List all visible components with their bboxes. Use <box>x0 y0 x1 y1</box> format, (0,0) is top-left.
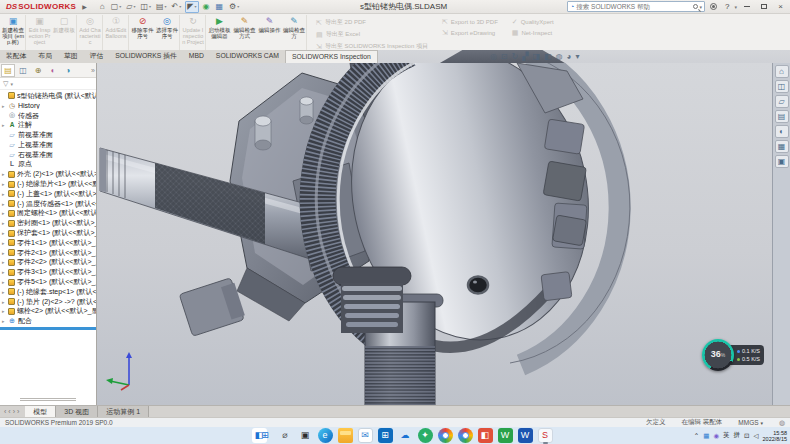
ribbon-button[interactable]: ⊘ 移除零件序号 <box>130 15 155 50</box>
taskbar-icon[interactable]: W <box>518 428 533 443</box>
tree-item[interactable]: ▸ 注解 <box>0 120 96 130</box>
taskbar-icon[interactable]: ✉ <box>358 428 373 443</box>
task-pane-button[interactable]: ▤ <box>775 110 789 123</box>
units-selector[interactable]: MMGS ▾ <box>738 419 763 426</box>
ribbon-tab[interactable]: SOLIDWORKS Inspection <box>285 50 378 63</box>
tree-item[interactable]: ▸ 零件2<1> (默认<<默认>_显示状 <box>0 248 96 258</box>
heads-up-icon[interactable]: ◕ <box>567 52 572 61</box>
tree-item[interactable]: ▸ History <box>0 101 96 111</box>
taskbar-icon[interactable]: ✦ <box>418 428 433 443</box>
ribbon-button[interactable]: ◎ 选择零件序号 <box>155 15 180 50</box>
heads-up-icon[interactable]: ◍ <box>556 52 563 61</box>
task-pane-button[interactable]: ◫ <box>775 80 789 93</box>
ribbon-button[interactable]: ▣ 新建检查项目 (emp.树) <box>1 15 26 50</box>
tree-root-item[interactable]: s型铂铑热电偶 (默认<默认_显示状态-1 <box>0 91 96 101</box>
taskbar-icon[interactable]: ☁ <box>398 428 413 443</box>
quick-access-button[interactable]: ◉ <box>202 2 212 12</box>
tray-icon[interactable]: ◁ <box>754 432 759 440</box>
help-caret-icon[interactable]: ▾ <box>734 4 737 10</box>
tree-item[interactable]: 传感器 <box>0 111 96 121</box>
tree-item[interactable]: ▸ 固定螺栓<1> (默认<<默认>_显示 <box>0 209 96 219</box>
taskbar-icon[interactable]: e <box>318 428 333 443</box>
heads-up-icon[interactable]: ▞ <box>522 52 528 61</box>
task-pane-button[interactable]: ⌂ <box>775 65 789 78</box>
tray-icon[interactable]: 拼 <box>734 431 741 440</box>
quick-access-button[interactable]: ⚙▾ <box>228 2 240 12</box>
tree-item[interactable]: ▸ (-) 绝缘套.step<1> (默认<<默认 <box>0 287 96 297</box>
close-button[interactable]: × <box>773 1 788 13</box>
3d-model[interactable] <box>97 63 772 405</box>
tree-item[interactable]: ▸ 配合 <box>0 316 96 326</box>
heads-up-icon[interactable]: ▾ <box>575 52 579 61</box>
heads-up-icon[interactable]: ↻ <box>512 52 519 61</box>
tray-icon[interactable]: ⌃ <box>694 432 699 440</box>
globe-icon[interactable]: ◍ <box>779 419 785 427</box>
ribbon-button[interactable]: ▣ Edit Inspection Project <box>27 15 52 50</box>
taskbar-icon[interactable]: ▣ <box>298 428 313 443</box>
graphics-viewport[interactable]: 36% 0.1 K/S 0.5 K/S <box>97 63 790 405</box>
taskbar-icon[interactable] <box>438 428 453 443</box>
tree-item[interactable]: 前视基准面 <box>0 130 96 140</box>
tree-item[interactable]: 上视基准面 <box>0 140 96 150</box>
heads-up-icon[interactable]: ◎ <box>490 52 497 61</box>
taskbar-icon[interactable]: ⊞ <box>378 428 393 443</box>
ribbon-tab[interactable]: SOLIDWORKS CAM <box>210 50 285 63</box>
panel-tabs-overflow[interactable]: » <box>91 67 95 74</box>
quick-access-button[interactable]: ▱▾ <box>125 2 136 12</box>
quick-access-button[interactable]: ▢▾ <box>110 2 123 12</box>
tree-filter[interactable]: ▽ ▾ <box>0 78 96 90</box>
taskbar-icon[interactable]: S <box>538 428 553 443</box>
tree-item[interactable]: ▸ 螺栓<2> (默认<<默认>_显示状态 <box>0 307 96 317</box>
taskbar-clock[interactable]: 15:58 2022/8/15 <box>763 430 787 442</box>
ribbon-button[interactable]: ▢ 新建模板 <box>52 15 77 50</box>
taskbar-icon[interactable]: ◧ <box>478 428 493 443</box>
document-tab[interactable]: 模型 <box>25 406 56 417</box>
user-account-icon[interactable] <box>710 3 717 10</box>
brand-expand-icon[interactable]: ▶ <box>82 3 87 10</box>
ribbon-tab[interactable]: MBD <box>183 50 210 63</box>
speed-circle[interactable]: 36% <box>702 339 734 371</box>
ribbon-button[interactable]: ◎ Add Characteristic <box>78 15 103 50</box>
document-tab[interactable]: 运动算例 1 <box>98 406 149 417</box>
ribbon-tab[interactable]: 评估 <box>84 50 110 63</box>
panel-resize-handle[interactable] <box>0 395 96 405</box>
quick-access-button[interactable]: ▦ <box>214 2 225 12</box>
panel-tab[interactable]: ◑ <box>61 64 75 77</box>
panel-splitter[interactable] <box>0 327 96 330</box>
export-menu-item[interactable]: ✓QualityXpert <box>512 18 554 26</box>
tray-icon[interactable]: 英 <box>723 431 730 440</box>
restore-button[interactable] <box>756 1 771 13</box>
quick-access-button[interactable]: ⌂ <box>99 2 107 12</box>
export-menu-item[interactable]: ⇲Export eDrawing <box>442 29 498 37</box>
search-icon[interactable] <box>693 4 698 9</box>
tree-item[interactable]: ▸ 密封圈<1> (默认<<默认>_显示状 <box>0 218 96 228</box>
ribbon-tab[interactable]: 草图 <box>58 50 84 63</box>
tree-item[interactable]: ▸ (-) 绝缘垫片<1> (默认<<默认>_显 <box>0 179 96 189</box>
taskbar-icon[interactable] <box>458 428 473 443</box>
panel-tab[interactable]: ◐ <box>46 64 60 77</box>
tree-item[interactable]: ▸ 外壳 (2)<1> (默认<<默认>_显示状 <box>0 169 96 179</box>
taskbar-icon[interactable]: ⌀ <box>278 428 293 443</box>
tab-nav-arrows[interactable]: ‹‹›› <box>0 406 25 417</box>
search-caret-icon[interactable]: ▾ <box>700 4 703 10</box>
quick-access-button[interactable]: ↶▾ <box>171 2 183 12</box>
ribbon-tab[interactable]: SOLIDWORKS 插件 <box>109 50 183 63</box>
tree-item[interactable]: ▸ 零件3<1> (默认<<默认>_显示状 <box>0 267 96 277</box>
tray-icon[interactable]: ▦ <box>703 432 709 440</box>
quick-access-button[interactable]: ◫▾ <box>139 2 152 12</box>
task-pane-button[interactable]: ▣ <box>775 155 789 168</box>
panel-tab[interactable]: ⊕ <box>31 64 45 77</box>
heads-up-icon[interactable]: ◧ <box>544 52 552 61</box>
export-menu-item[interactable]: ⇱导出至 2D PDF <box>316 18 428 27</box>
panel-tab[interactable]: ▤ <box>1 64 15 77</box>
search-input[interactable] <box>576 3 690 10</box>
speed-monitor-widget[interactable]: 36% 0.1 K/S 0.5 K/S <box>702 339 764 371</box>
tree-item[interactable]: ▸ 零件2<2> (默认<<默认>_显示状 <box>0 258 96 268</box>
quick-access-button[interactable]: ◤▾ <box>185 1 198 13</box>
task-pane-button[interactable]: ◐ <box>775 125 789 138</box>
tray-icon[interactable]: ◉ <box>713 432 719 440</box>
export-menu-item[interactable]: ▤导出至 Excel <box>316 30 428 39</box>
ribbon-button[interactable]: ↻ Update Inspection Project <box>181 15 206 50</box>
document-tab[interactable]: 3D 视图 <box>56 406 98 417</box>
heads-up-icon[interactable]: ⊡ <box>501 52 508 61</box>
